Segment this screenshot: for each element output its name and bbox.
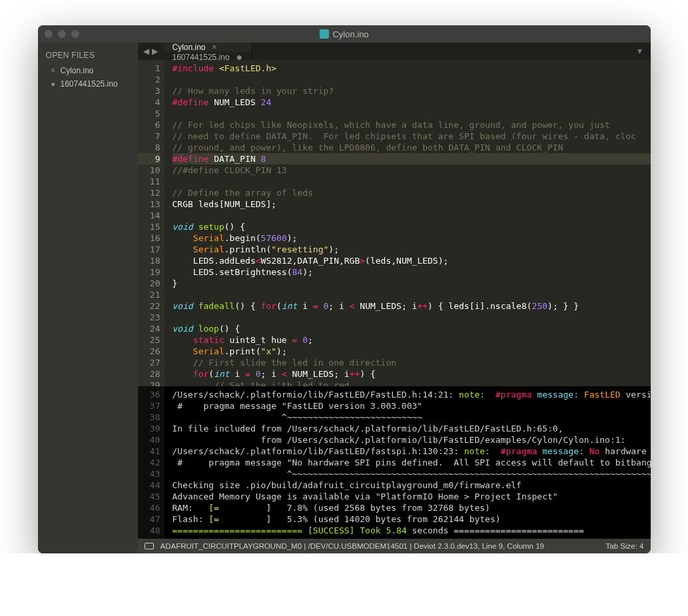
window-zoom-button[interactable] [71, 30, 79, 38]
sidebar-item-label: Cylon.ino [61, 66, 94, 75]
app-window: Cylon.ino OPEN FILES ×Cylon.ino●16074415… [38, 25, 651, 553]
window-close-button[interactable] [45, 30, 53, 38]
window-minimize-button[interactable] [58, 30, 66, 38]
nav-prev-button[interactable]: ◀ [143, 47, 149, 56]
status-tab-size[interactable]: Tab Size: 4 [606, 542, 644, 550]
sidebar-item-label: 1607441525.ino [61, 79, 118, 89]
line-numbers: 1234567891011121314151617181920212223242… [138, 60, 165, 386]
file-icon [319, 29, 328, 39]
window-title: Cylon.ino [319, 29, 368, 39]
code-editor[interactable]: 1234567891011121314151617181920212223242… [138, 60, 651, 386]
close-icon[interactable]: × [212, 43, 217, 52]
tab-menu-button[interactable]: ▼ [636, 47, 644, 56]
tab-bar: ◀ ▶ Cylon.ino×1607441525.ino● ▼ [138, 43, 651, 60]
status-left: ADAFRUIT_CIRCUITPLAYGROUND_M0 | /DEV/CU.… [161, 542, 545, 550]
titlebar: Cylon.ino [38, 25, 651, 43]
close-file-icon[interactable]: ● [50, 79, 57, 89]
build-console[interactable]: 36373839404142434445464748 /Users/schack… [138, 386, 651, 539]
close-file-icon[interactable]: × [50, 66, 57, 75]
tab-label: Cylon.ino [172, 43, 206, 52]
nav-next-button[interactable]: ▶ [152, 47, 158, 56]
sidebar-item[interactable]: ●1607441525.ino [38, 77, 138, 91]
sidebar: OPEN FILES ×Cylon.ino●1607441525.ino [38, 43, 138, 553]
panel-icon[interactable] [145, 543, 154, 549]
traffic-lights [38, 30, 79, 38]
window-title-text: Cylon.ino [332, 29, 368, 39]
open-files-header: OPEN FILES [38, 47, 138, 64]
tab[interactable]: Cylon.ino× [163, 43, 253, 52]
sidebar-item[interactable]: ×Cylon.ino [38, 64, 138, 77]
code-area[interactable]: #include <FastLED.h>// How many leds in … [165, 60, 651, 386]
console-line-numbers: 36373839404142434445464748 [138, 386, 165, 539]
status-bar: ADAFRUIT_CIRCUITPLAYGROUND_M0 | /DEV/CU.… [138, 539, 651, 553]
console-output: /Users/schack/.platformio/lib/FastLED/Fa… [165, 386, 651, 539]
